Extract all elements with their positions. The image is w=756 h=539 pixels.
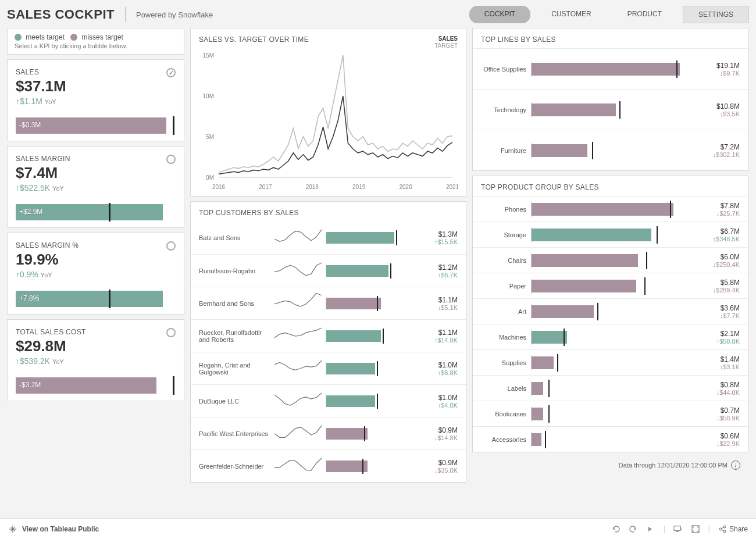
customer-value: $0.9M — [420, 459, 458, 467]
kpi-cost[interactable]: TOTAL SALES COST$29.8M↑$539.2K YoY-$3.2M — [7, 319, 184, 401]
customer-name: Ruecker, Runolfsdottir and Roberts — [191, 329, 272, 343]
svg-line-23 — [722, 530, 724, 531]
customer-row[interactable]: Pacific West Enterprises$0.9M↓$14.8K — [191, 417, 466, 449]
kpi-radio[interactable] — [166, 241, 176, 251]
bar-row[interactable]: Phones$7.8M↓$25.7K — [473, 196, 748, 222]
customer-bar — [326, 459, 420, 473]
kpi-label: SALES MARGIN — [16, 155, 176, 163]
customer-row[interactable]: Runolfsson-Rogahn$1.2M↑$6.7K — [191, 254, 466, 287]
customer-bar — [326, 231, 420, 245]
sparkline — [272, 292, 326, 315]
bar-value: $0.8M — [700, 381, 740, 389]
bar-label: Storage — [473, 231, 531, 238]
bar-delta: ↓$3.1K — [700, 363, 740, 370]
bar-row[interactable]: Accessories$0.6M↓$22.9K — [473, 426, 748, 452]
bar-delta: ↓$25.7K — [700, 210, 740, 217]
bar-row[interactable]: Supplies$1.4M↓$3.1K — [473, 349, 748, 375]
timeseries-panel: SALES VS. TARGET OVER TIME SALES TARGET … — [190, 28, 466, 197]
share-button[interactable]: Share — [718, 525, 748, 533]
customer-delta: ↑$4.0K — [420, 402, 458, 409]
sparkline — [272, 422, 326, 445]
bar-track — [531, 432, 700, 447]
fullscreen-icon[interactable] — [691, 524, 700, 534]
customer-name: Pacific West Enterprises — [191, 430, 272, 437]
kpi-radio[interactable] — [166, 68, 176, 77]
customer-bar — [326, 264, 420, 278]
customer-bar — [326, 362, 420, 376]
customer-bar — [326, 394, 420, 408]
bar-row[interactable]: Machines$2.1M↑$58.8K — [473, 324, 748, 349]
bar-label: Accessories — [473, 436, 531, 443]
customer-value: $1.0M — [420, 394, 458, 402]
device-icon[interactable] — [673, 524, 683, 534]
undo-icon[interactable] — [611, 524, 621, 534]
customer-row[interactable]: Ruecker, Runolfsdottir and Roberts$1.1M↑… — [191, 319, 466, 352]
kpi-bar-label: +$2.9M — [19, 208, 42, 216]
kpi-margin_pct[interactable]: SALES MARGIN %19.9%↑0.9% YoY+7.8% — [7, 233, 184, 315]
bar-delta: ↓$3.5K — [700, 110, 740, 117]
bar-label: Office Supplies — [473, 66, 531, 73]
customer-row[interactable]: Greenfelder-Schneider$0.9M↓$35.0K — [191, 449, 466, 482]
bar-row[interactable]: Paper$5.8M↓$289.4K — [473, 273, 748, 298]
bar-track — [531, 143, 700, 158]
redo-icon[interactable] — [629, 524, 638, 534]
bar-delta: ↑$58.8K — [700, 338, 740, 345]
kpi-label: SALES MARGIN % — [16, 241, 176, 249]
timeseries-chart[interactable]: 0M5M10M15M201620172018201920202021 — [191, 49, 458, 195]
info-icon[interactable]: i — [731, 461, 740, 470]
bar-delta: ↓$58.9K — [700, 415, 740, 422]
bar-row[interactable]: Labels$0.8M↓$44.0K — [473, 375, 748, 401]
customer-name: Greenfelder-Schneider — [191, 463, 272, 470]
bottom-toolbar: View on Tableau Public | | Share — [0, 518, 756, 539]
svg-text:15M: 15M — [203, 52, 214, 59]
bar-row[interactable]: Technology$10.8M↓$3.5K — [473, 89, 748, 130]
svg-rect-16 — [674, 526, 681, 530]
bar-track — [531, 381, 700, 396]
kpi-bar-label: -$0.3M — [19, 121, 41, 129]
top-groups-title: TOP PRODUCT GROUP BY SALES — [473, 176, 748, 196]
kpi-radio[interactable] — [166, 328, 176, 337]
kpi-delta: ↑0.9% YoY — [16, 270, 176, 279]
legend-target: TARGET — [434, 42, 458, 49]
bar-row[interactable]: Furniture$7.2M↓$302.1K — [473, 130, 748, 170]
bar-label: Furniture — [473, 147, 531, 154]
legend-sales: SALES — [434, 35, 458, 42]
kpi-value: $29.8M — [16, 337, 176, 355]
svg-text:10M: 10M — [203, 93, 214, 99]
customer-row[interactable]: Bernhard and Sons$1.1M↓$5.1K — [191, 287, 466, 319]
bar-row[interactable]: Chairs$6.0M↓$250.4K — [473, 247, 748, 273]
customer-delta: ↓$35.0K — [420, 467, 458, 474]
tab-cockpit[interactable]: COCKPIT — [469, 6, 530, 23]
kpi-bar: +7.8% — [16, 291, 176, 307]
revert-icon[interactable] — [646, 524, 655, 534]
customer-row[interactable]: DuBuque LLC$1.0M↑$4.0K — [191, 384, 466, 417]
tab-product[interactable]: PRODUCT — [612, 6, 677, 23]
customer-name: Rogahn, Crist and Gulgowski — [191, 362, 272, 376]
tab-settings[interactable]: SETTINGS — [683, 6, 749, 23]
kpi-radio[interactable] — [166, 155, 176, 164]
page-subtitle: Powered by Snowflake — [136, 10, 213, 19]
bar-row[interactable]: Art$3.6M↓$7.7K — [473, 298, 748, 324]
bar-delta: ↓$9.7K — [700, 70, 740, 77]
svg-text:2016: 2016 — [212, 184, 226, 190]
customer-bar — [326, 427, 420, 441]
bar-row[interactable]: Bookcases$0.7M↓$58.9K — [473, 401, 748, 426]
customer-row[interactable]: Batz and Sons$1.3M↑$15.5K — [191, 222, 466, 254]
bar-track — [531, 253, 700, 268]
sparkline — [272, 357, 326, 380]
tab-customer[interactable]: CUSTOMER — [536, 6, 606, 23]
customer-bar — [326, 297, 420, 310]
kpi-sales[interactable]: SALES$37.1M↑$1.1M YoY-$0.3M — [7, 59, 184, 141]
view-on-tableau-button[interactable]: View on Tableau Public — [8, 524, 99, 534]
svg-point-21 — [723, 530, 726, 533]
divider — [125, 7, 126, 22]
bar-row[interactable]: Office Supplies$19.1M↓$9.7K — [473, 48, 748, 89]
customer-value: $0.9M — [420, 426, 458, 434]
svg-text:5M: 5M — [206, 134, 214, 140]
bar-label: Technology — [473, 106, 531, 113]
kpi-margin[interactable]: SALES MARGIN$7.4M↑$522.5K YoY+$2.9M — [7, 146, 184, 228]
bar-row[interactable]: Storage$6.7M↑$348.5K — [473, 222, 748, 247]
customer-row[interactable]: Rogahn, Crist and Gulgowski$1.0M↑$6.8K — [191, 352, 466, 384]
customer-value: $1.2M — [420, 263, 458, 272]
svg-text:2019: 2019 — [352, 184, 366, 190]
